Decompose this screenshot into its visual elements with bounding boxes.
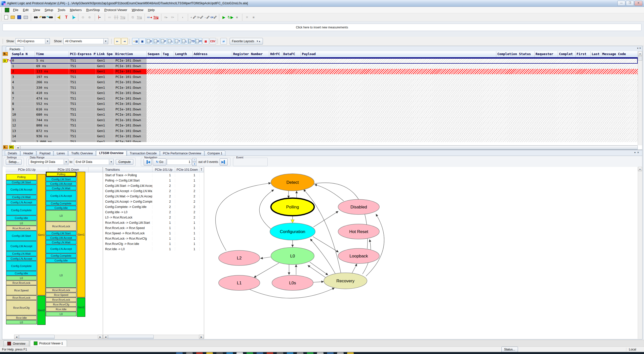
scrollbar-thumb[interactable]: [108, 335, 154, 339]
taskbar-icon[interactable]: [186, 352, 193, 354]
open-button[interactable]: [10, 15, 16, 20]
scrollbar-thumb[interactable]: [19, 335, 55, 339]
taskbar-icon[interactable]: [327, 352, 334, 354]
toolbar-grip[interactable]: [111, 39, 113, 43]
range-to-combo[interactable]: End Of Data▼: [74, 159, 114, 165]
tab-traffic-overview[interactable]: Traffic Overview: [68, 151, 96, 156]
chevron-down-icon[interactable]: ▼: [45, 39, 50, 44]
taskbar-icon[interactable]: [347, 352, 354, 354]
layers-button[interactable]: ⧉: [130, 15, 136, 20]
tab-packets[interactable]: Packets: [6, 47, 24, 52]
list-play-button[interactable]: ≡▸: [163, 15, 169, 20]
transitions-hscrollbar[interactable]: ◀ ▶: [103, 335, 204, 339]
taskbar-icon[interactable]: [257, 352, 263, 354]
tab-lanes[interactable]: Lanes: [54, 151, 68, 156]
favorite-layouts-button[interactable]: Favorite Layouts▼▲: [230, 38, 263, 45]
table-row[interactable]: 5330 nsTS1Gen1PCIe-101:Down: [11, 85, 638, 91]
column-header-length[interactable]: Length: [174, 51, 193, 57]
taskbar-icon[interactable]: [337, 352, 344, 354]
sync-views-button[interactable]: ⇄: [220, 38, 227, 45]
menu-window[interactable]: Window: [130, 7, 146, 13]
column-header-tag[interactable]: Tag: [162, 51, 174, 57]
trigger-disabled2-button[interactable]: Trig: [136, 15, 142, 20]
taskbar-icon[interactable]: [267, 352, 273, 354]
insert-column-before-button[interactable]: ⇤: [114, 38, 121, 45]
taskbar-icon[interactable]: [216, 352, 223, 354]
scroll-right-icon[interactable]: ▶: [199, 335, 204, 339]
go-button[interactable]: ↻ Go: [153, 158, 166, 165]
waveform-button[interactable]: ╫╫: [113, 15, 119, 20]
column-header-payload[interactable]: Payload: [301, 51, 496, 57]
table-row[interactable]: 6410 nsTS1Gen1PCIe-101:Down: [11, 91, 638, 96]
menu-protocol-viewer[interactable]: Protocol Viewer: [102, 7, 130, 13]
speaker-icon[interactable]: ◖: [180, 15, 186, 20]
table-row[interactable]: 12808 nsTS1Gen1PCIe-101:Down: [11, 123, 638, 128]
scroll-right-icon[interactable]: ▶: [98, 335, 103, 339]
maximize-button[interactable]: ❐: [626, 1, 634, 6]
taskbar-icon[interactable]: [196, 352, 203, 354]
transition-row[interactable]: Config.Idle -> L022: [103, 209, 204, 215]
column-header-datafc[interactable]: DataFC: [282, 51, 301, 57]
event-number-input[interactable]: [167, 159, 191, 165]
taskbar-icon[interactable]: [317, 352, 324, 354]
packets-vscrollbar[interactable]: ▲: [638, 51, 642, 145]
field-toggle-h[interactable]: H: [153, 38, 160, 45]
column-header-message-code[interactable]: Message Code: [601, 51, 638, 57]
goto-trigger-button[interactable]: T: [63, 15, 69, 20]
taskbar-icon[interactable]: [247, 352, 253, 354]
field-toggle-l[interactable]: L: [167, 38, 174, 45]
tab-compare-1[interactable]: Compare 1: [205, 151, 225, 156]
taskbar-icon[interactable]: [307, 352, 313, 354]
windows-taskbar[interactable]: [0, 352, 644, 354]
field-toggle-l[interactable]: L: [181, 38, 188, 45]
save-button[interactable]: [16, 15, 22, 20]
menu-setup[interactable]: Setup: [42, 7, 55, 13]
toolbar-grip[interactable]: [2, 8, 3, 12]
toolbar-grip[interactable]: [3, 39, 4, 43]
end-marker[interactable]: E..: [3, 145, 8, 149]
cancel-button[interactable]: ✕: [244, 15, 250, 20]
taskbar-icon[interactable]: [226, 352, 233, 354]
edit-of-button[interactable]: OF🖉: [210, 15, 217, 20]
transitions-header-extra[interactable]: T: [199, 167, 204, 172]
menu-view[interactable]: View: [31, 7, 42, 13]
transition-row[interactable]: Config.LW.Start -> Config.LW.Accept22: [103, 183, 204, 188]
table-row[interactable]: 9616 nsTS1Gen1PCIe-101:Down: [11, 107, 638, 112]
insert-measurement-bar[interactable]: Click here to insert new measurements: [3, 24, 641, 31]
taskbar-icon[interactable]: [297, 352, 303, 354]
new-button[interactable]: [3, 15, 9, 20]
column-header-register-number[interactable]: Register Number: [232, 51, 269, 57]
chevron-down-icon[interactable]: ▼: [109, 159, 113, 164]
find-prev-button[interactable]: ↶: [39, 15, 46, 20]
table-row[interactable]: 11744 nsTS1Gen1PCIe-101:Down: [11, 118, 638, 123]
menu-markers[interactable]: Markers: [68, 7, 84, 13]
taskbar-icon[interactable]: [206, 352, 213, 354]
scrollbar-thumb[interactable]: [20, 146, 638, 150]
transition-row[interactable]: Rcvr.RcvrLock -> Rcvr.Speed11: [103, 225, 204, 231]
column-header-hdrfc[interactable]: HdrFC: [269, 51, 282, 57]
toolbar-grip[interactable]: [129, 39, 131, 43]
edit-add-button[interactable]: ＋🖉: [190, 15, 196, 20]
scroll-left-icon[interactable]: ◀: [15, 146, 20, 150]
begin-marker[interactable]: B..: [3, 52, 8, 56]
field-toggle-t[interactable]: T: [174, 38, 181, 45]
close-button[interactable]: ✕: [634, 1, 642, 6]
m1-marker[interactable]: M1: [9, 145, 14, 149]
column-header-requester[interactable]: Requester: [535, 51, 558, 57]
menu-file[interactable]: File: [11, 7, 21, 13]
tab-payload[interactable]: Payload: [36, 151, 53, 156]
transition-row[interactable]: Config.Complete -> Config.Idle22: [103, 204, 204, 209]
goto-end-button[interactable]: ▕▶: [70, 15, 76, 20]
taskbar-icon[interactable]: [287, 352, 293, 354]
add-column-button[interactable]: ＋▤: [132, 38, 139, 45]
goto-begin-button[interactable]: ◀▏: [57, 15, 63, 20]
scroll-left-icon[interactable]: ◀: [103, 335, 108, 339]
scroll-up-icon[interactable]: ▲: [638, 51, 642, 56]
minimize-button[interactable]: —: [617, 1, 625, 6]
zoom-in-button[interactable]: ⊕: [87, 15, 93, 20]
taskbar-icon[interactable]: [176, 352, 183, 354]
column-header-time[interactable]: Time: [35, 51, 69, 57]
transitions-header[interactable]: Transitions: [103, 167, 152, 172]
viewer-panel-buttons[interactable]: ▾✕: [634, 151, 641, 154]
menu-help[interactable]: Help: [146, 7, 157, 13]
